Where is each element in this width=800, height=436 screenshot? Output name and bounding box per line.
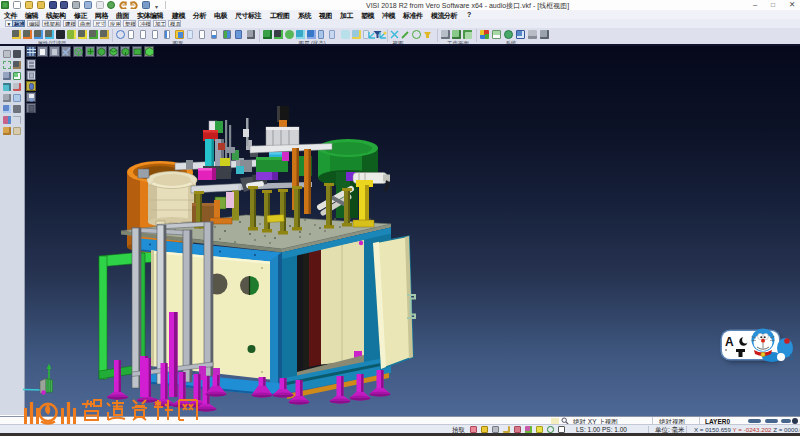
svg-text:A: A: [725, 335, 734, 349]
